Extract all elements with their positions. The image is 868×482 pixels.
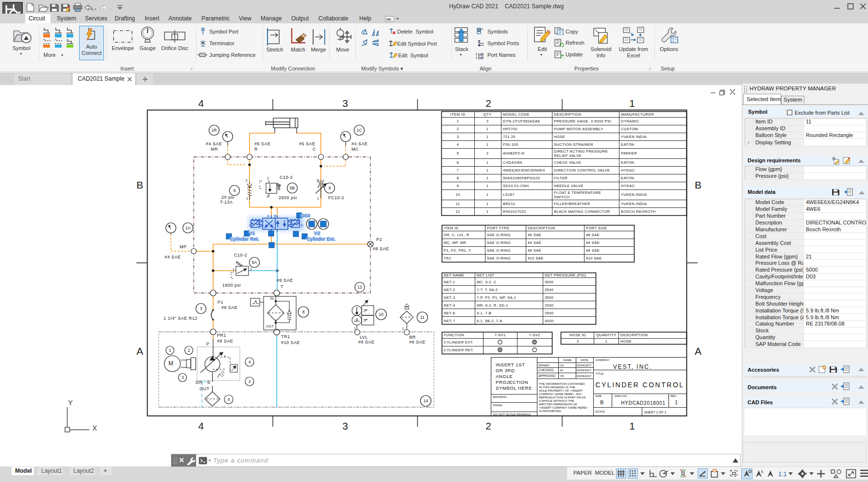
svg-text:3: 3: [457, 135, 459, 139]
svg-text:CUSTOM: CUSTOM: [621, 127, 638, 131]
svg-text:3: 3: [342, 98, 348, 109]
svg-text:ANGLE: ANGLE: [496, 374, 513, 379]
svg-text:2: 2: [485, 98, 491, 109]
svg-text:5: 5: [457, 151, 459, 155]
svg-text:1: 1: [486, 127, 489, 131]
svg-text:TR1: TR1: [444, 256, 451, 260]
svg-text:3: 3: [577, 339, 579, 344]
svg-text:CYLINDER CONTROL: CYLINDER CONTROL: [595, 381, 684, 389]
svg-text:R901017022: R901017022: [503, 209, 526, 214]
svg-text:HOSE: HOSE: [620, 339, 632, 344]
svg-text:Cylinder Ret.: Cylinder Ret.: [230, 236, 259, 241]
svg-text:A: A: [267, 214, 269, 218]
svg-text:P1: P1: [217, 300, 223, 305]
svg-text:1: 1: [246, 197, 248, 200]
svg-text:#6 SAE: #6 SAE: [586, 233, 600, 237]
svg-text:3: 3: [486, 119, 489, 123]
svg-text:2000: 2000: [545, 303, 554, 308]
svg-text:MC, MP, MR: MC, MP, MR: [444, 241, 467, 245]
svg-text:DESCRIPTION: DESCRIPTION: [554, 112, 581, 117]
svg-text:EATON: EATON: [621, 142, 634, 147]
svg-text:IN: IN: [270, 297, 274, 300]
svg-text:7-SV1: 7-SV1: [494, 333, 505, 337]
svg-text:REV: REV: [670, 395, 676, 397]
svg-text:1: 1: [233, 268, 234, 271]
svg-text:THE INFORMATION CONTAINED: THE INFORMATION CONTAINED: [539, 382, 585, 385]
svg-text:A04B2PZ-N: A04B2PZ-N: [503, 151, 524, 155]
svg-text:1: 1: [486, 160, 489, 165]
svg-text:4WE6J6X/EW230N9K4: 4WE6J6X/EW230N9K4: [503, 168, 545, 172]
svg-text:SAE O-RING: SAE O-RING: [487, 248, 511, 253]
svg-text:V2: V2: [314, 230, 320, 236]
svg-text:FINISH: FINISH: [493, 404, 502, 407]
svg-text:Y: Y: [68, 398, 73, 407]
svg-text:SCALE: SCALE: [595, 410, 605, 413]
svg-text:PUMP MOTOR ASSEMBLY: PUMP MOTOR ASSEMBLY: [554, 127, 603, 131]
svg-text:P: P: [206, 342, 210, 346]
svg-text:DRAWN: DRAWN: [538, 364, 549, 367]
svg-text:EATON: EATON: [621, 176, 634, 180]
svg-text:1: 1: [457, 119, 459, 123]
svg-text:8: 8: [457, 176, 459, 180]
svg-text:50AS1050FBPGG20: 50AS1050FBPGG20: [503, 176, 540, 180]
svg-text:1: 1: [675, 400, 678, 405]
svg-text:2: 2: [250, 268, 252, 271]
svg-text:1 1/4" SAE R12: 1 1/4" SAE R12: [164, 316, 198, 321]
svg-text:SWITCH: SWITCH: [554, 195, 569, 199]
svg-text:DESCRIPTION: DESCRIPTION: [528, 226, 555, 230]
svg-text:3500: 3500: [545, 295, 554, 300]
svg-text:PARKER: PARKER: [621, 151, 637, 155]
svg-text:03/06/2017: 03/06/2017: [577, 375, 592, 378]
svg-text:WRITTEN PERMISSION OF: WRITTEN PERMISSION OF: [539, 402, 577, 406]
svg-text:C: C: [313, 147, 316, 152]
svg-text:1A: 1A: [185, 225, 191, 230]
svg-text:SAE O-RING: SAE O-RING: [487, 256, 511, 260]
svg-text:1: 1: [486, 176, 489, 180]
svg-text:NET PRESSURE (PSI): NET PRESSURE (PSI): [545, 273, 586, 277]
svg-text:4: 4: [457, 142, 459, 147]
svg-text:C10-2: C10-2: [280, 175, 293, 180]
svg-text:1: 1: [629, 98, 635, 109]
svg-text:1: 1: [486, 168, 489, 172]
svg-text:DIRECTION CONTROL VALVE: DIRECTION CONTROL VALVE: [554, 168, 610, 172]
svg-text:SAE O-RING: SAE O-RING: [487, 233, 511, 237]
svg-text:BR210: BR210: [503, 202, 515, 206]
svg-text:P30-100: P30-100: [503, 142, 518, 147]
svg-text:NET-2: NET-2: [444, 288, 455, 292]
svg-text:1: 1: [486, 209, 489, 214]
svg-text:RELIEF VALVE: RELIEF VALVE: [554, 154, 582, 158]
svg-text:3: 3: [342, 420, 348, 431]
svg-text:9-1, 7-B: 9-1, 7-B: [477, 311, 491, 315]
svg-text:4: 4: [228, 397, 230, 402]
svg-text:#8 SAE: #8 SAE: [221, 305, 238, 310]
svg-text:OR 3RD: OR 3RD: [496, 368, 515, 373]
svg-text:SAE O-RING: SAE O-RING: [487, 241, 511, 245]
svg-text:HOSE: HOSE: [554, 135, 565, 139]
svg-text:#8 SAE: #8 SAE: [586, 248, 600, 253]
svg-text:QUANTITY: QUANTITY: [596, 333, 617, 337]
svg-text:CA: CA: [560, 364, 564, 367]
svg-text:6-1, 5B-2, 7-A: 6-1, 5B-2, 7-A: [477, 319, 502, 323]
svg-text:1R: 1R: [212, 128, 217, 133]
svg-text:PR1: PR1: [217, 333, 226, 338]
svg-text:DR, C, LVL, R: DR, C, LVL, R: [444, 233, 469, 237]
svg-text:#8 SAE: #8 SAE: [217, 339, 234, 344]
svg-text:QTY: QTY: [484, 112, 492, 117]
svg-text:12: 12: [455, 209, 460, 214]
svg-text:TR1: TR1: [281, 334, 290, 339]
svg-text:A: A: [136, 345, 143, 357]
svg-text:#10 SAE: #10 SAE: [586, 256, 602, 260]
svg-text:11: 11: [420, 315, 425, 320]
svg-text:#6 SAE: #6 SAE: [299, 141, 316, 146]
svg-text:IN THIS DRAWING IS THE: IN THIS DRAWING IS THE: [539, 385, 575, 389]
svg-text:#6 SAE: #6 SAE: [358, 340, 375, 344]
svg-text:HYDAC: HYDAC: [621, 168, 635, 172]
svg-text:2: 2: [457, 127, 459, 131]
svg-text:2: 2: [188, 348, 190, 353]
svg-text:7-T, T, 5A-2: 7-T, T, 5A-2: [477, 288, 498, 292]
svg-text:4000: 4000: [545, 319, 554, 323]
svg-text:X: X: [92, 424, 97, 432]
svg-text:<INSERT COMPANY NAME HERE>: <INSERT COMPANY NAME HERE>: [539, 406, 588, 409]
svg-text:6: 6: [457, 160, 459, 165]
svg-text:C10-2: C10-2: [234, 253, 247, 258]
